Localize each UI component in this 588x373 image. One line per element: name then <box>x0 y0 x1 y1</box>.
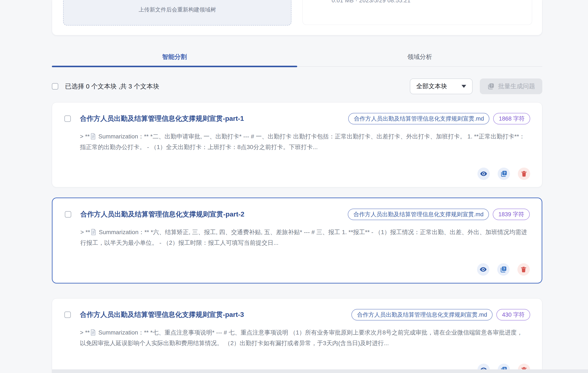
tab-label: 智能分割 <box>162 53 187 61</box>
delete-chunk-button[interactable] <box>517 263 530 276</box>
generate-question-icon: ? <box>500 170 508 178</box>
char-count-badge: 430 字符 <box>496 309 530 320</box>
delete-chunk-button[interactable] <box>518 168 530 180</box>
summary-text: Summarization：** *二、出勤申请审批, 一、出勤打卡* --- … <box>80 133 525 150</box>
eye-icon <box>479 266 487 273</box>
chunk-badges: 合作方人员出勤及结算管理信息化支撑规则宣贯.md 430 字符 <box>351 309 530 320</box>
doc-icon <box>91 228 96 238</box>
generate-question-icon: ? <box>487 83 495 90</box>
generate-question-icon: ? <box>500 266 507 273</box>
chunk-badges: 合作方人员出勤及结算管理信息化支撑规则宣贯.md 1868 字符 <box>348 113 530 124</box>
tab-smart-split[interactable]: 智能分割 <box>52 48 297 66</box>
summary-prefix: > ** <box>80 329 90 336</box>
doc-icon <box>91 133 96 142</box>
chunk-card[interactable]: 合作方人员出勤及结算管理信息化支撑规则宣贯-part-1 合作方人员出勤及结算管… <box>52 102 542 187</box>
chunk-toolbar: 已选择 0 个文本块 ,共 3 个文本块 全部文本块 ? 批量生成问题 <box>52 78 542 95</box>
chunk-title: 合作方人员出勤及结算管理信息化支撑规则宣贯-part-1 <box>80 114 244 123</box>
char-count-badge: 1839 字符 <box>493 209 530 220</box>
batch-generate-button[interactable]: ? 批量生成问题 <box>480 78 542 94</box>
tab-label: 领域分析 <box>407 53 432 61</box>
file-meta-text: 0.01 MB · 2023/5/29 08:55:21 <box>332 0 532 4</box>
upload-hint-text: 上传新文件后会重新构建领域树 <box>139 6 216 13</box>
svg-text:?: ? <box>490 84 493 88</box>
chunk-card[interactable]: 合作方人员出勤及结算管理信息化支撑规则宣贯-part-2 合作方人员出勤及结算管… <box>52 198 542 283</box>
chunk-summary: > ** Summarization：** *七、重点注意事项说明* --- #… <box>64 328 530 347</box>
bottom-edge <box>52 369 588 373</box>
dropdown-value: 全部文本块 <box>416 82 447 91</box>
select-all-checkbox[interactable] <box>52 83 58 90</box>
source-file-badge: 合作方人员出勤及结算管理信息化支撑规则宣贯.md <box>351 309 493 320</box>
chunk-summary: > ** Summarization：** *二、出勤申请审批, 一、出勤打卡*… <box>64 132 530 151</box>
preview-chunk-button[interactable] <box>477 263 489 276</box>
chevron-down-icon <box>462 85 466 88</box>
chunk-title: 合作方人员出勤及结算管理信息化支撑规则宣贯-part-3 <box>80 310 244 320</box>
chunk-card[interactable]: 合作方人员出勤及结算管理信息化支撑规则宣贯-part-3 合作方人员出勤及结算管… <box>52 298 542 373</box>
svg-text:?: ? <box>503 267 505 271</box>
summary-prefix: > ** <box>80 133 90 140</box>
preview-chunk-button[interactable] <box>477 168 490 180</box>
chunk-title: 合作方人员出勤及结算管理信息化支撑规则宣贯-part-2 <box>80 210 244 219</box>
chunk-head: 合作方人员出勤及结算管理信息化支撑规则宣贯-part-2 合作方人员出勤及结算管… <box>65 209 530 220</box>
source-file-badge: 合作方人员出勤及结算管理信息化支撑规则宣贯.md <box>348 113 489 124</box>
domain-tree-panel: 上传新文件后会重新构建领域树 0.01 MB · 2023/5/29 08:55… <box>52 0 542 35</box>
upload-dropzone[interactable]: 上传新文件后会重新构建领域树 <box>63 0 292 25</box>
summary-text: Summarization：** *七、重点注意事项说明* --- # 七、重点… <box>80 329 523 346</box>
eye-icon <box>480 170 487 178</box>
toolbar-right: 全部文本块 ? 批量生成问题 <box>410 78 542 94</box>
chunk-checkbox[interactable] <box>64 311 71 318</box>
delete-icon <box>520 170 528 177</box>
tab-domain-analysis[interactable]: 领域分析 <box>297 48 543 66</box>
chunk-badges: 合作方人员出勤及结算管理信息化支撑规则宣贯.md 1839 字符 <box>348 209 530 220</box>
summary-prefix: > ** <box>80 229 90 235</box>
svg-text:?: ? <box>504 171 505 175</box>
dataset-chunk-page: 上传新文件后会重新构建领域树 0.01 MB · 2023/5/29 08:55… <box>0 0 588 373</box>
summary-text: Summarization：** *六、结算矫正, 三、报工, 四、交通费补贴,… <box>80 229 527 246</box>
char-count-badge: 1868 字符 <box>493 113 530 124</box>
delete-icon <box>520 266 527 273</box>
chunk-filter-dropdown[interactable]: 全部文本块 <box>410 78 472 94</box>
source-file-badge: 合作方人员出勤及结算管理信息化支撑规则宣贯.md <box>348 209 489 220</box>
tab-bar: 智能分割 领域分析 <box>52 48 542 67</box>
chunk-actions: ? <box>64 168 530 180</box>
generate-question-button[interactable]: ? <box>497 263 510 276</box>
doc-icon <box>91 329 96 338</box>
chunk-checkbox[interactable] <box>65 211 71 218</box>
chunk-checkbox[interactable] <box>64 116 71 122</box>
chunk-head: 合作方人员出勤及结算管理信息化支撑规则宣贯-part-1 合作方人员出勤及结算管… <box>64 113 530 124</box>
chunk-head: 合作方人员出勤及结算管理信息化支撑规则宣贯-part-3 合作方人员出勤及结算管… <box>64 309 530 320</box>
chunk-actions: ? <box>65 263 530 276</box>
uploaded-file-card[interactable]: 0.01 MB · 2023/5/29 08:55:21 <box>303 0 532 25</box>
chunk-summary: > ** Summarization：** *六、结算矫正, 三、报工, 四、交… <box>65 227 530 247</box>
generate-question-button[interactable]: ? <box>498 168 510 180</box>
batch-generate-label: 批量生成问题 <box>498 82 535 91</box>
selection-summary: 已选择 0 个文本块 ,共 3 个文本块 <box>65 82 159 91</box>
main-content: 上传新文件后会重新构建领域树 0.01 MB · 2023/5/29 08:55… <box>52 0 542 373</box>
